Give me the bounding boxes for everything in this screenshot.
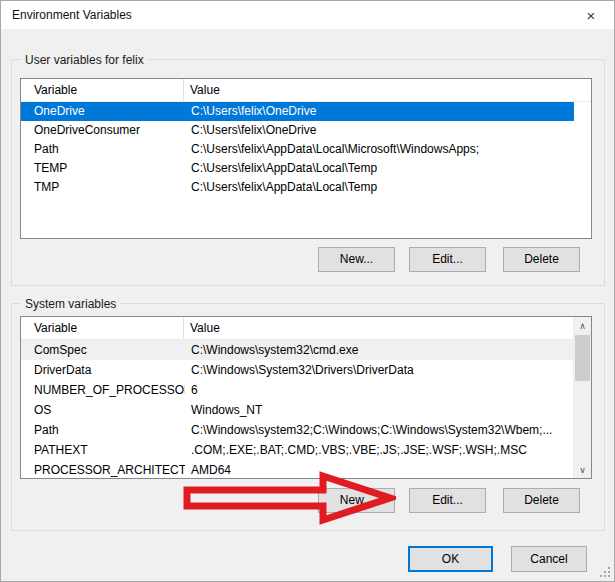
system-list-scrollbar[interactable]: ∧ ∨ — [573, 317, 591, 478]
environment-variables-dialog: Environment Variables × User variables f… — [0, 0, 615, 582]
system-delete-button[interactable]: Delete — [503, 488, 580, 513]
user-row-path[interactable]: Path C:\Users\felix\AppData\Local\Micros… — [21, 140, 574, 159]
scrollbar-thumb[interactable] — [575, 335, 590, 381]
system-row-driverdata[interactable]: DriverData C:\Windows\System32\Drivers\D… — [21, 360, 574, 380]
user-new-button[interactable]: New... — [318, 247, 395, 272]
user-edit-button[interactable]: Edit... — [409, 247, 486, 272]
user-row-onedrive[interactable]: OneDrive C:\Users\felix\OneDrive — [21, 102, 574, 121]
user-row-temp[interactable]: TEMP C:\Users\felix\AppData\Local\Temp — [21, 159, 574, 178]
close-icon: × — [587, 8, 596, 23]
ok-button[interactable]: OK — [408, 546, 493, 572]
scrollbar-up-icon[interactable]: ∧ — [574, 317, 591, 334]
system-row-number-of-processors[interactable]: NUMBER_OF_PROCESSORS 6 — [21, 380, 574, 400]
system-column-header-value[interactable]: Value — [184, 317, 591, 339]
system-row-processor-architecture[interactable]: PROCESSOR_ARCHITECTURE AMD64 — [21, 460, 574, 479]
titlebar: Environment Variables × — [1, 1, 614, 29]
resize-grip[interactable] — [600, 567, 610, 577]
system-row-comspec[interactable]: ComSpec C:\Windows\system32\cmd.exe — [21, 340, 574, 360]
close-button[interactable]: × — [572, 1, 610, 29]
user-delete-button[interactable]: Delete — [503, 247, 580, 272]
user-row-onedriveconsumer[interactable]: OneDriveConsumer C:\Users\felix\OneDrive — [21, 121, 574, 140]
system-row-path[interactable]: Path C:\Windows\system32;C:\Windows;C:\W… — [21, 420, 574, 440]
system-row-os[interactable]: OS Windows_NT — [21, 400, 574, 420]
user-row-tmp[interactable]: TMP C:\Users\felix\AppData\Local\Temp — [21, 178, 574, 197]
scrollbar-down-icon[interactable]: ∨ — [574, 461, 591, 478]
user-column-header-variable[interactable]: Variable — [21, 79, 184, 101]
system-list-header: Variable Value — [21, 317, 591, 340]
user-column-header-value[interactable]: Value — [184, 79, 591, 101]
user-list-header: Variable Value — [21, 79, 591, 102]
cancel-button[interactable]: Cancel — [511, 546, 587, 572]
window-title: Environment Variables — [12, 8, 132, 22]
user-variables-list[interactable]: Variable Value OneDrive C:\Users\felix\O… — [20, 78, 592, 239]
user-variables-group-label: User variables for felix — [21, 53, 148, 67]
system-variables-group-label: System variables — [21, 297, 120, 311]
system-column-header-variable[interactable]: Variable — [21, 317, 184, 339]
system-new-button[interactable]: New... — [318, 488, 395, 513]
system-edit-button[interactable]: Edit... — [409, 488, 486, 513]
system-variables-list[interactable]: Variable Value ComSpec C:\Windows\system… — [20, 316, 592, 479]
system-row-pathext[interactable]: PATHEXT .COM;.EXE;.BAT;.CMD;.VBS;.VBE;.J… — [21, 440, 574, 460]
